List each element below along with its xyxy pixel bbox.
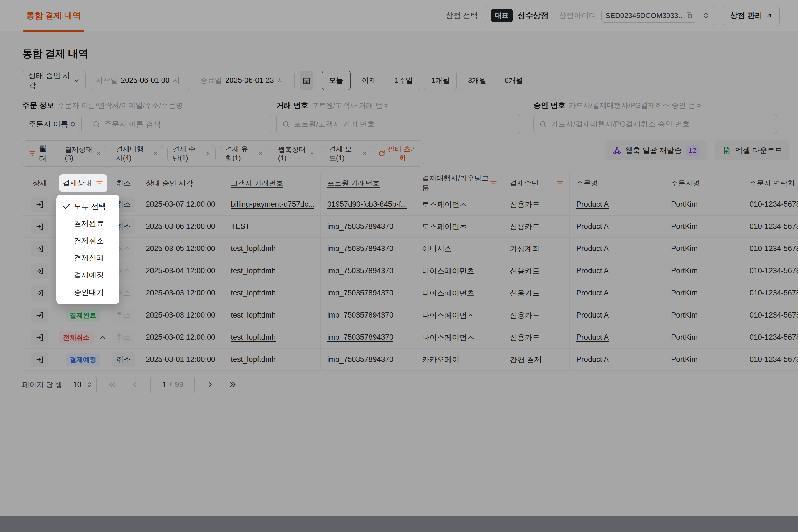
column-header-status[interactable]: 결제상태 [58,173,108,193]
status-menu-item-label: 모두 선택 [74,202,106,211]
status-menu-item[interactable]: 결제실패 [56,249,119,267]
status-menu-item[interactable]: 승인대기 [56,284,119,301]
status-menu-item[interactable]: 결제완료 [56,215,119,232]
payment-status-filter-menu: 모두 선택결제완료결제취소결제실패결제예정승인대기 [56,194,119,304]
status-menu-item[interactable]: 결제예정 [56,267,119,284]
status-menu-item-label: 결제완료 [74,218,104,229]
check-icon [62,202,74,211]
status-menu-item-label: 결제실패 [74,253,104,263]
status-menu-item-label: 승인대기 [74,287,104,297]
status-filter-trigger[interactable]: 결제상태 [59,174,107,192]
status-menu-item-label: 결제예정 [74,270,104,280]
status-menu-item[interactable]: 결제취소 [56,232,119,249]
status-menu-item-label: 결제취소 [74,236,104,246]
column-label: 결제상태 [63,178,92,188]
status-menu-item[interactable]: 모두 선택 [56,198,119,215]
overlay-scrim[interactable] [0,0,798,532]
filter-icon[interactable] [96,179,103,187]
